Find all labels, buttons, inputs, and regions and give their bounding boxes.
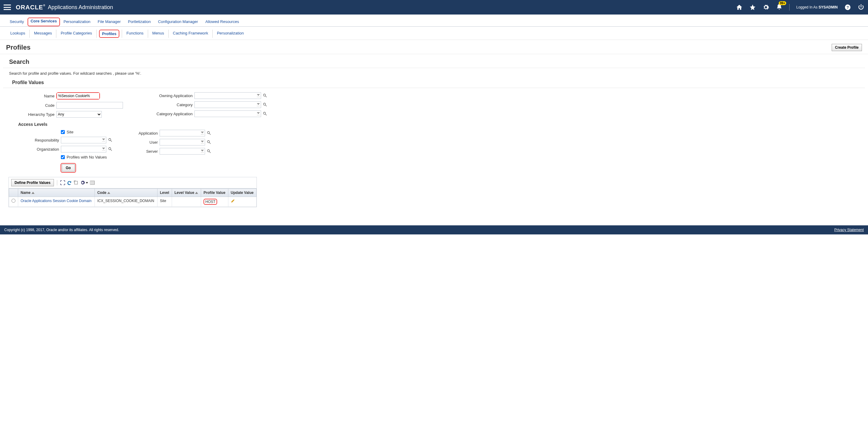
svg-point-8 xyxy=(208,141,210,143)
organization-label: Organization xyxy=(18,147,59,151)
site-checkbox[interactable] xyxy=(61,130,65,134)
global-header: ORACLE® Applications Administration 99+ … xyxy=(0,0,868,14)
svg-point-5 xyxy=(109,139,111,141)
server-lov-icon[interactable] xyxy=(207,149,211,154)
owning-app-input[interactable] xyxy=(194,92,261,99)
search-form: Name Code Hierarchy Type Any Owning Appl… xyxy=(0,92,868,118)
category-app-lov-icon[interactable] xyxy=(263,112,267,116)
svg-point-6 xyxy=(109,147,111,150)
results-table: Name Code Level Level Value Profile Valu… xyxy=(9,189,256,207)
subtab-functions[interactable]: Functions xyxy=(122,30,148,38)
star-icon[interactable] xyxy=(749,4,756,10)
svg-point-3 xyxy=(264,103,266,105)
col-name[interactable]: Name xyxy=(18,189,95,197)
columns-icon[interactable] xyxy=(90,180,95,185)
category-lov-icon[interactable] xyxy=(263,103,267,107)
subtab-personalization[interactable]: Personalization xyxy=(213,30,248,38)
organization-input[interactable] xyxy=(61,146,106,153)
gear-icon[interactable] xyxy=(763,4,769,10)
category-app-label: Category Application xyxy=(141,112,193,116)
svg-point-4 xyxy=(264,112,266,114)
privacy-link[interactable]: Privacy Statement xyxy=(834,228,864,232)
category-app-input[interactable] xyxy=(194,110,261,117)
row-level: Site xyxy=(157,197,172,207)
refresh-icon[interactable] xyxy=(67,180,72,185)
home-icon[interactable] xyxy=(736,4,743,10)
user-lov-icon[interactable] xyxy=(207,140,211,144)
row-profile-value: HOST xyxy=(205,200,215,204)
tab-config-manager[interactable]: Configuration Manager xyxy=(154,18,202,26)
organization-lov-icon[interactable] xyxy=(108,147,112,151)
category-input[interactable] xyxy=(194,101,261,108)
col-level-value[interactable]: Level Value xyxy=(172,189,201,197)
tab-portletization[interactable]: Portletization xyxy=(124,18,154,26)
tab-personalization[interactable]: Personalization xyxy=(60,18,94,26)
no-values-checkbox[interactable] xyxy=(61,155,65,159)
site-label: Site xyxy=(67,130,73,134)
create-profile-button[interactable]: Create Profile xyxy=(832,44,862,51)
tab-file-manager[interactable]: File Manager xyxy=(94,18,124,26)
col-update-value[interactable]: Update Value xyxy=(228,189,256,197)
access-levels-form: Site Responsibility Organization Profile… xyxy=(0,130,868,159)
expand-icon[interactable] xyxy=(60,180,65,185)
row-name-link[interactable]: Oracle Applications Session Cookie Domai… xyxy=(21,199,91,203)
no-values-label: Profiles with No Values xyxy=(67,155,107,159)
power-icon[interactable] xyxy=(858,4,864,10)
hierarchy-select[interactable]: Any xyxy=(56,111,102,118)
toolbar-separator xyxy=(57,180,57,186)
subtab-messages[interactable]: Messages xyxy=(30,30,56,38)
page-title: Profiles xyxy=(6,43,31,52)
pencil-icon[interactable] xyxy=(231,199,235,203)
col-code[interactable]: Code xyxy=(95,189,157,197)
svg-rect-10 xyxy=(74,181,78,184)
logged-in-text: Logged In As SYSADMIN xyxy=(796,5,838,9)
copyright-text: Copyright (c) 1998, 2017, Oracle and/or … xyxy=(4,228,119,232)
category-label: Category xyxy=(141,103,193,107)
table-settings-icon[interactable] xyxy=(80,180,88,185)
primary-tabs: Security Core Services Personalization F… xyxy=(0,14,868,27)
search-section-title: Search xyxy=(3,54,865,68)
name-input[interactable] xyxy=(57,93,99,99)
footer: Copyright (c) 1998, 2017, Oracle and/or … xyxy=(0,225,868,234)
row-select-radio[interactable] xyxy=(11,199,16,203)
go-button[interactable]: Go xyxy=(62,164,75,171)
highlight-go: Go xyxy=(61,163,76,173)
secondary-tabs: Lookups Messages Profile Categories Prof… xyxy=(0,27,868,40)
subtab-lookups[interactable]: Lookups xyxy=(6,30,30,38)
subtab-caching[interactable]: Caching Framework xyxy=(169,30,213,38)
bell-wrapper[interactable]: 99+ xyxy=(776,4,783,11)
app-name: Applications Administration xyxy=(48,4,113,10)
sort-icon xyxy=(31,192,34,194)
application-label: Application xyxy=(130,131,158,136)
application-lov-icon[interactable] xyxy=(207,131,211,135)
code-input[interactable] xyxy=(56,102,123,109)
responsibility-lov-icon[interactable] xyxy=(108,138,112,142)
subtab-profile-categories[interactable]: Profile Categories xyxy=(56,30,96,38)
tab-allowed-resources[interactable]: Allowed Resources xyxy=(202,18,243,26)
col-profile-value[interactable]: Profile Value xyxy=(201,189,228,197)
responsibility-input[interactable] xyxy=(61,137,106,143)
application-input[interactable] xyxy=(160,130,205,136)
subtab-menus[interactable]: Menus xyxy=(148,30,169,38)
name-label: Name xyxy=(9,94,55,98)
highlight-core-services: Core Services xyxy=(28,18,60,26)
server-input[interactable] xyxy=(160,148,205,155)
define-profile-values-button[interactable]: Define Profile Values xyxy=(11,179,54,186)
brand-logo: ORACLE® xyxy=(16,4,45,11)
sort-icon xyxy=(107,192,110,194)
detach-icon[interactable] xyxy=(73,180,79,185)
code-label: Code xyxy=(9,103,55,108)
svg-point-2 xyxy=(264,94,266,96)
col-level[interactable]: Level xyxy=(157,189,172,197)
hamburger-icon[interactable] xyxy=(4,4,11,10)
tab-core-services[interactable]: Core Services xyxy=(29,18,58,24)
user-input[interactable] xyxy=(160,139,205,145)
subtab-profiles[interactable]: Profiles xyxy=(101,31,118,37)
row-level-value xyxy=(172,197,201,207)
header-right: 99+ Logged In As SYSADMIN ? xyxy=(736,4,864,11)
table-row: Oracle Applications Session Cookie Domai… xyxy=(9,197,256,207)
owning-app-lov-icon[interactable] xyxy=(263,94,267,98)
notification-badge: 99+ xyxy=(779,1,786,5)
tab-security[interactable]: Security xyxy=(6,18,28,26)
help-icon[interactable]: ? xyxy=(844,4,851,10)
